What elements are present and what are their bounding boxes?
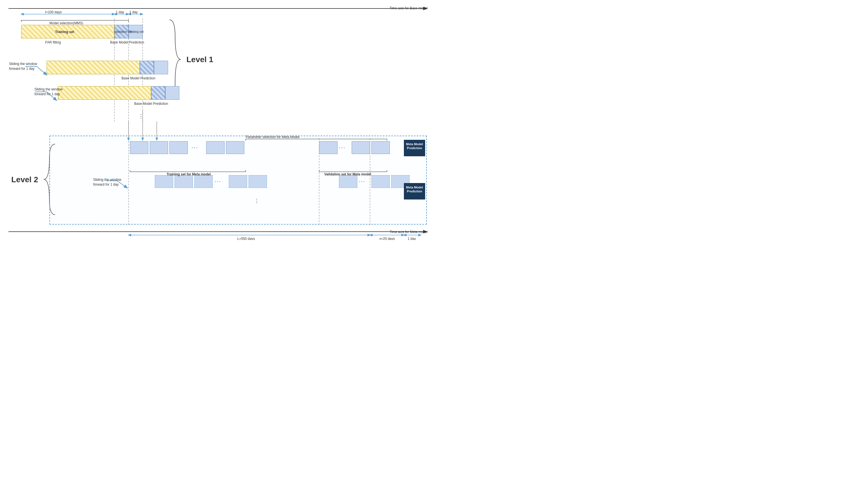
- label-training-1: Training set: [55, 30, 74, 34]
- label-base-pred-2: Base Model Prediction: [121, 76, 155, 80]
- bar-meta-train-2: [150, 141, 168, 154]
- label-model-selection: Model selection(MMS): [50, 21, 83, 25]
- label-1day-2: 1 day: [129, 10, 137, 14]
- dots-meta-3: ···: [215, 179, 221, 184]
- label-time-axis-base: Time axis for Base model: [390, 6, 428, 10]
- label-testing-1: Testing set: [129, 30, 144, 33]
- dots-meta-2: ···: [339, 145, 346, 151]
- label-level1: Level 1: [186, 55, 213, 64]
- bar-meta-train-3: [169, 141, 188, 154]
- label-sliding-2: Sliding the windowforward for 1 day: [34, 87, 62, 97]
- bar-meta-train-r2-5: [249, 175, 267, 188]
- label-param-selection: Parameter selection for Meta Model: [246, 135, 300, 139]
- label-time-axis-meta: Time axis for Meta model: [390, 230, 428, 234]
- diagram-container: l=100 days 1 day 1 day Time axis for Bas…: [0, 0, 434, 240]
- bar-meta-val-r2-2: [371, 175, 390, 188]
- bar-validation-2: [140, 61, 154, 74]
- label-sliding-1: Sliding the windowforward for 1 day: [9, 62, 37, 71]
- bar-meta-val-1: [319, 141, 338, 154]
- label-validation-meta: Validation set for Meta model: [324, 172, 371, 176]
- label-meta-pred-1: Meta ModelPrediction: [405, 142, 424, 150]
- dots-vertical-1: ⋮: [138, 113, 144, 119]
- label-level2: Level 2: [11, 175, 38, 184]
- bar-meta-train-r2-2: [175, 175, 193, 188]
- bar-meta-train-r2-1: [155, 175, 173, 188]
- bar-training-3: [58, 86, 151, 100]
- label-sliding-meta: Sliding the windowforward for 1 day: [93, 177, 121, 187]
- bar-meta-val-3: [371, 141, 390, 154]
- dots-meta-1: ···: [191, 145, 198, 151]
- label-1day-1: 1 day: [116, 10, 124, 14]
- label-base-pred-3: Base Model Prediction: [134, 102, 168, 106]
- bar-meta-val-r2-1: [339, 175, 357, 188]
- label-1day-bottom: 1 day: [408, 237, 416, 240]
- bar-meta-val-2: [352, 141, 370, 154]
- label-meta-pred-2: Meta ModelPrediction: [405, 185, 424, 193]
- dots-vertical-2: ⋮: [254, 198, 260, 204]
- bar-testing-2: [154, 61, 168, 74]
- label-far-fitting: FAR fitting: [45, 40, 61, 44]
- bar-meta-train-5: [226, 141, 244, 154]
- bar-meta-train-r2-3: [194, 175, 213, 188]
- label-l550: L=550 days: [237, 237, 255, 240]
- bar-training-2: [46, 61, 140, 74]
- label-v20: v=20 days: [379, 237, 395, 240]
- bar-meta-train-1: [130, 141, 148, 154]
- bar-meta-train-4: [206, 141, 224, 154]
- label-training-meta: Training set for Meta model: [167, 172, 211, 176]
- label-base-pred-1: Base Model Prediction: [110, 40, 144, 44]
- bar-validation-3: [151, 86, 165, 100]
- bar-meta-train-r2-4: [229, 175, 247, 188]
- bar-testing-3: [165, 86, 179, 100]
- dots-meta-4: ···: [359, 179, 366, 184]
- label-l100: l=100 days: [45, 10, 62, 14]
